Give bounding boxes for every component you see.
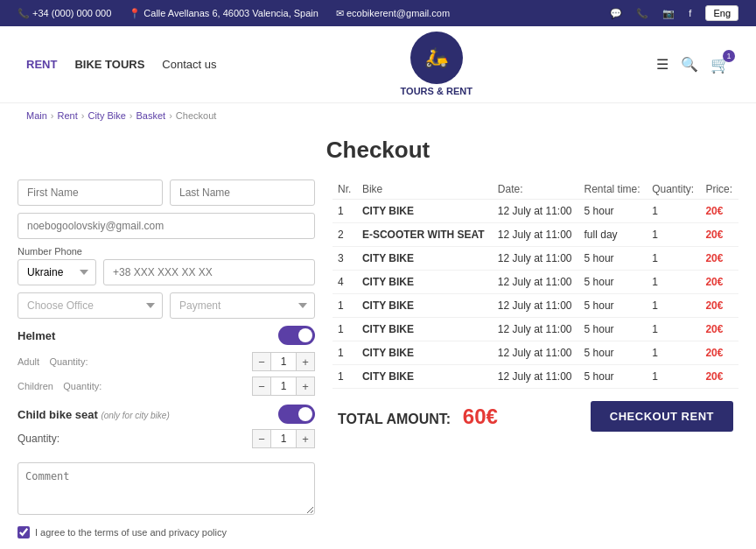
row-price: 20€ xyxy=(700,200,738,223)
row-rental: 5 hour xyxy=(579,200,648,223)
logo-text: TOURS & RENT xyxy=(401,86,472,97)
social-facebook-icon[interactable]: f xyxy=(689,8,691,18)
row-price: 20€ xyxy=(700,318,738,341)
row-qty: 1 xyxy=(647,271,700,294)
row-nr: 2 xyxy=(332,223,357,247)
row-nr: 1 xyxy=(332,365,357,389)
row-qty: 1 xyxy=(647,294,700,318)
row-nr: 1 xyxy=(332,294,357,318)
checkout-form: Number Phone Ukraine Choose Office Payme… xyxy=(18,179,315,538)
order-table-section: Nr. Bike Date: Rental time: Quantity: Pr… xyxy=(332,179,738,538)
row-nr: 1 xyxy=(332,200,357,223)
cart-count: 1 xyxy=(723,50,735,62)
topbar-address: 📍 Calle Avellanas 6, 46003 Valencia, Spa… xyxy=(129,8,318,19)
children-qty-increase[interactable]: + xyxy=(296,377,315,396)
social-whatsapp-icon[interactable]: 💬 xyxy=(610,8,622,19)
topbar-email: ✉ ecobikerent@gmail.com xyxy=(336,8,450,19)
child-seat-qty-control: − 1 + xyxy=(252,429,315,448)
child-seat-qty-row: Quantity: − 1 + xyxy=(18,429,315,448)
child-seat-qty-value: 1 xyxy=(271,429,296,448)
search-icon[interactable]: 🔍 xyxy=(681,56,698,73)
table-row: 4 CITY BIKE 12 July at 11:00 5 hour 1 20… xyxy=(332,271,738,294)
row-bike: CITY BIKE xyxy=(357,294,493,318)
logo: 🛵 TOURS & RENT xyxy=(401,32,472,97)
nav-contact[interactable]: Contact us xyxy=(162,58,216,71)
row-nr: 1 xyxy=(332,341,357,365)
adult-qty-row: Adult Quantity: − 1 + xyxy=(18,352,315,371)
children-qty-value: 1 xyxy=(271,377,296,396)
office-select[interactable]: Choose Office xyxy=(18,292,163,319)
children-qty-decrease[interactable]: − xyxy=(252,377,271,396)
adult-qty-decrease[interactable]: − xyxy=(252,352,271,371)
adult-qty-value: 1 xyxy=(271,352,296,371)
email-input[interactable] xyxy=(18,213,315,239)
col-price: Price: xyxy=(700,179,738,200)
comment-input[interactable] xyxy=(18,462,315,515)
row-rental: full day xyxy=(579,223,648,247)
row-qty: 1 xyxy=(647,341,700,365)
table-row: 1 CITY BIKE 12 July at 11:00 5 hour 1 20… xyxy=(332,200,738,223)
menu-icon[interactable]: ☰ xyxy=(656,56,668,73)
social-instagram-icon[interactable]: 📷 xyxy=(662,8,675,19)
agree-checkbox[interactable] xyxy=(18,526,30,538)
nav-rent[interactable]: RENT xyxy=(26,58,57,71)
phone-country-select[interactable]: Ukraine xyxy=(18,259,96,285)
adult-label: Adult Quantity: xyxy=(18,355,88,368)
row-bike: CITY BIKE xyxy=(357,200,493,223)
child-seat-label-wrap: Child bike seat (only for city bike) xyxy=(18,408,170,421)
row-date: 12 July at 11:00 xyxy=(493,365,579,389)
row-bike: E-SCOOTER WITH SEAT xyxy=(357,223,493,247)
row-price: 20€ xyxy=(700,223,738,247)
row-qty: 1 xyxy=(647,365,700,389)
breadcrumb-basket[interactable]: Basket xyxy=(136,110,166,121)
social-phone-icon[interactable]: 📞 xyxy=(636,8,648,19)
payment-select[interactable]: Payment xyxy=(170,292,315,319)
row-qty: 1 xyxy=(647,200,700,223)
breadcrumb-city-bike[interactable]: City Bike xyxy=(88,110,125,121)
row-bike: CITY BIKE xyxy=(357,341,493,365)
total-amount: 60€ xyxy=(463,405,498,428)
nav-bike-tours[interactable]: BIKE TOURS xyxy=(74,58,144,71)
helmet-toggle[interactable] xyxy=(278,326,315,345)
breadcrumb: Main › Rent › City Bike › Basket › Check… xyxy=(0,103,756,128)
child-seat-qty-decrease[interactable]: − xyxy=(252,429,271,448)
table-row: 1 CITY BIKE 12 July at 11:00 5 hour 1 20… xyxy=(332,294,738,318)
topbar-phone: 📞 +34 (000) 000 000 xyxy=(18,8,111,19)
row-rental: 5 hour xyxy=(579,341,648,365)
total-row: TOTAL AMOUNT: 60€ CHECKOUT RENT xyxy=(332,401,738,432)
first-name-input[interactable] xyxy=(18,179,163,206)
child-seat-qty-increase[interactable]: + xyxy=(296,429,315,448)
last-name-input[interactable] xyxy=(170,179,315,206)
row-price: 20€ xyxy=(700,294,738,318)
row-nr: 1 xyxy=(332,318,357,341)
row-qty: 1 xyxy=(647,247,700,271)
row-price: 20€ xyxy=(700,271,738,294)
row-qty: 1 xyxy=(647,318,700,341)
row-date: 12 July at 11:00 xyxy=(493,200,579,223)
child-seat-qty-label: Quantity: xyxy=(18,433,60,445)
row-date: 12 July at 11:00 xyxy=(493,318,579,341)
breadcrumb-rent[interactable]: Rent xyxy=(58,110,78,121)
col-qty: Quantity: xyxy=(647,179,700,200)
child-seat-toggle[interactable] xyxy=(278,405,315,424)
row-nr: 4 xyxy=(332,271,357,294)
row-nr: 3 xyxy=(332,247,357,271)
breadcrumb-main[interactable]: Main xyxy=(26,110,47,121)
phone-input[interactable] xyxy=(103,259,315,285)
header: RENT BIKE TOURS Contact us 🛵 TOURS & REN… xyxy=(0,26,756,103)
adult-qty-increase[interactable]: + xyxy=(296,352,315,371)
row-bike: CITY BIKE xyxy=(357,365,493,389)
child-seat-row: Child bike seat (only for city bike) xyxy=(18,405,315,424)
row-date: 12 July at 11:00 xyxy=(493,271,579,294)
row-rental: 5 hour xyxy=(579,247,648,271)
child-seat-label: Child bike seat xyxy=(18,408,98,421)
language-selector[interactable]: Eng xyxy=(705,5,738,21)
helmet-label: Helmet xyxy=(18,329,55,342)
cart-button[interactable]: 🛒 1 xyxy=(710,55,730,74)
table-row: 3 CITY BIKE 12 July at 11:00 5 hour 1 20… xyxy=(332,247,738,271)
row-date: 12 July at 11:00 xyxy=(493,341,579,365)
children-qty-row: Children Quantity: − 1 + xyxy=(18,377,315,396)
table-row: 1 CITY BIKE 12 July at 11:00 5 hour 1 20… xyxy=(332,341,738,365)
breadcrumb-checkout: Checkout xyxy=(176,110,216,121)
checkout-rent-button[interactable]: CHECKOUT RENT xyxy=(591,401,733,432)
